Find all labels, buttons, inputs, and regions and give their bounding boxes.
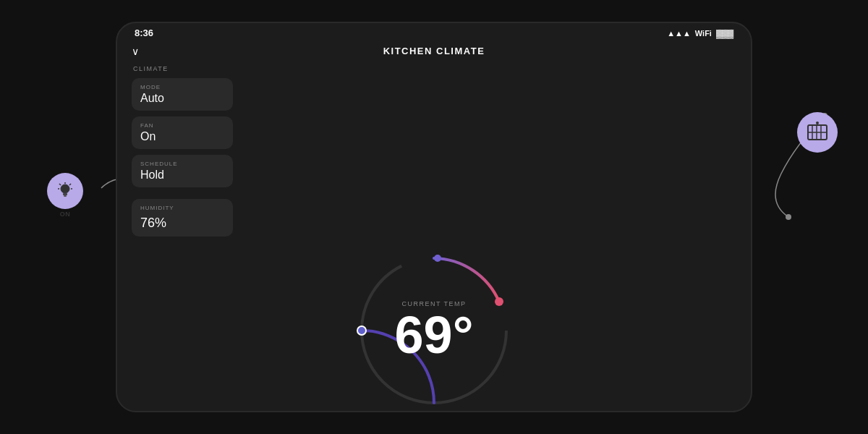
current-temp-value: 69° — [395, 306, 474, 364]
mode-control[interactable]: MODE Auto — [132, 78, 233, 111]
chevron-down-icon[interactable]: ∨ — [132, 46, 139, 57]
climate-section-label: CLIMATE — [132, 65, 233, 72]
page-header: ∨ KITCHEN CLIMATE — [117, 41, 751, 65]
thermostat-dial[interactable]: CURRENT TEMP 69° — [347, 244, 521, 412]
center-panel: CURRENT TEMP 69° SET HEAT POINT — 65° + — [132, 244, 736, 412]
svg-rect-2 — [64, 195, 67, 197]
page-title: KITCHEN CLIMATE — [383, 46, 485, 56]
radiator-node-circle — [797, 112, 838, 153]
svg-point-0 — [61, 184, 69, 193]
svg-line-6 — [59, 184, 61, 185]
svg-line-4 — [69, 184, 71, 185]
schedule-label: SCHEDULE — [140, 161, 224, 167]
svg-point-19 — [357, 326, 366, 335]
schedule-value: Hold — [140, 169, 224, 182]
time-display: 8:36 — [135, 27, 153, 38]
mode-value: Auto — [140, 92, 224, 105]
wifi-icon: WiFi — [695, 29, 712, 38]
svg-point-18 — [495, 297, 503, 306]
humidity-label: HUMIDITY — [140, 205, 224, 211]
status-icons: ▲▲▲ WiFi ▓▓▓ — [667, 29, 733, 38]
svg-rect-1 — [63, 193, 67, 195]
temperature-display: CURRENT TEMP 69° — [395, 300, 474, 361]
fan-value: On — [140, 130, 224, 143]
fan-control[interactable]: FAN On — [132, 116, 233, 149]
bulb-icon — [55, 181, 75, 201]
scene-container: ON 8:36 ▲▲▲ WiFi ▓▓▓ — [0, 0, 868, 434]
status-bar: 8:36 ▲▲▲ WiFi ▓▓▓ — [117, 23, 751, 41]
light-node-circle — [47, 173, 83, 209]
humidity-display: HUMIDITY 76% — [132, 199, 233, 237]
svg-point-15 — [816, 122, 819, 124]
climate-panel: CLIMATE MODE Auto FAN On SCHEDULE Hold H… — [132, 65, 233, 237]
left-floating-node[interactable]: ON — [47, 173, 83, 218]
mode-label: MODE — [140, 84, 224, 90]
radiator-icon — [806, 121, 829, 144]
schedule-control[interactable]: SCHEDULE Hold — [132, 155, 233, 187]
signal-icon: ▲▲▲ — [667, 29, 691, 38]
body-row: CLIMATE MODE Auto FAN On SCHEDULE Hold H… — [117, 65, 751, 412]
right-floating-node[interactable] — [797, 112, 838, 153]
svg-point-20 — [434, 255, 441, 262]
battery-icon: ▓▓▓ — [716, 29, 733, 38]
svg-point-9 — [786, 214, 791, 220]
humidity-value: 76% — [140, 216, 224, 231]
tablet-frame: 8:36 ▲▲▲ WiFi ▓▓▓ ∨ KITCHEN CLIMATE CLIM… — [116, 22, 752, 412]
fan-label: FAN — [140, 122, 224, 129]
light-node-label: ON — [60, 210, 71, 218]
